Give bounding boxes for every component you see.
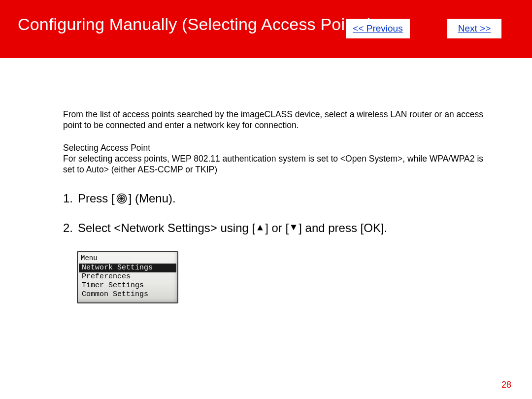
page-number: 28 [501,380,511,390]
lcd-item-selected: Network Settings [79,264,176,272]
step-1: 1. Press [ [63,190,492,207]
intro-text: From the list of access points searched … [63,109,492,133]
svg-marker-6 [258,225,263,231]
page-title: Configuring Manually (Selecting Access P… [18,15,373,34]
lcd-item: Preferences [81,272,174,281]
lcd-title: Menu [81,254,174,263]
step-1-text-b: ] (Menu). [129,190,176,207]
lcd-item: Timer Settings [81,281,174,290]
step-2-text-a: Select <Network Settings> using [ [78,220,255,236]
step-2-text: Select <Network Settings> using [ ] or [… [78,220,387,236]
steps-list: 1. Press [ [63,190,492,249]
subsection-heading: Selecting Access Point [63,143,492,154]
previous-button[interactable]: << Previous [346,19,410,38]
device-lcd-screenshot: Menu Network Settings Preferences Timer … [77,251,178,303]
step-2: 2. Select <Network Settings> using [ ] o… [63,220,492,236]
intro-paragraph: From the list of access points searched … [63,109,492,131]
svg-marker-7 [291,225,297,231]
step-2-text-b: ] or [ [265,220,289,236]
up-triangle-icon [257,224,264,231]
next-button[interactable]: Next >> [447,19,501,38]
header-bar: Configuring Manually (Selecting Access P… [0,0,532,58]
step-2-number: 2. [63,220,78,236]
step-2-text-c: ] and press [OK]. [299,220,387,236]
step-1-text: Press [ ] (M [78,190,176,207]
subsection-body: For selecting access points, WEP 802.11 … [63,154,492,175]
page-root: Configuring Manually (Selecting Access P… [0,0,532,399]
step-1-text-a: Press [ [78,190,115,207]
lcd-item: Common Settings [81,290,174,299]
menu-button-icon [116,193,127,204]
down-triangle-icon [290,224,297,231]
step-1-number: 1. [63,190,78,207]
subsection: Selecting Access Point For selecting acc… [63,143,492,175]
